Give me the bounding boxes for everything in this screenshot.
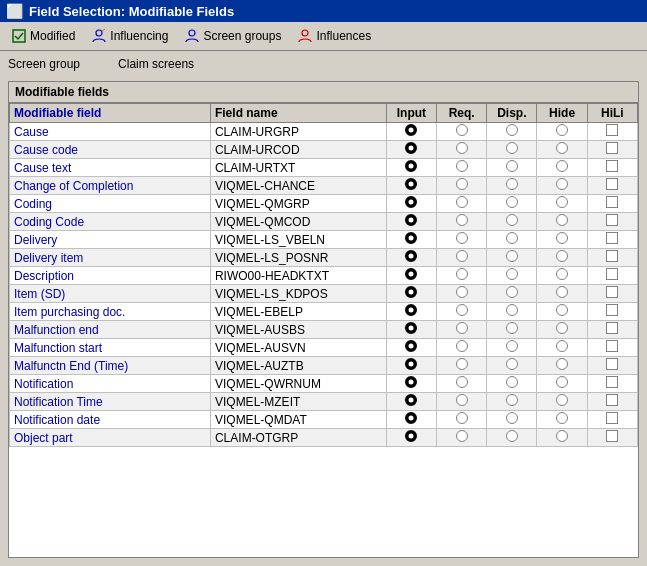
disp-radio-cell[interactable] bbox=[487, 159, 537, 177]
disp-radio-cell[interactable] bbox=[487, 357, 537, 375]
disp-radio-cell[interactable] bbox=[487, 393, 537, 411]
hili-checkbox-empty[interactable] bbox=[606, 376, 618, 388]
hide-radio-empty[interactable] bbox=[556, 376, 568, 388]
disp-radio-empty[interactable] bbox=[506, 160, 518, 172]
hili-checkbox-empty[interactable] bbox=[606, 268, 618, 280]
input-radio-cell[interactable] bbox=[386, 159, 436, 177]
hili-checkbox-empty[interactable] bbox=[606, 304, 618, 316]
input-radio-cell[interactable] bbox=[386, 339, 436, 357]
req-radio-cell[interactable] bbox=[437, 339, 487, 357]
hide-radio-cell[interactable] bbox=[537, 375, 587, 393]
input-radio-cell[interactable] bbox=[386, 213, 436, 231]
input-radio-filled[interactable] bbox=[405, 232, 417, 244]
req-radio-cell[interactable] bbox=[437, 213, 487, 231]
disp-radio-empty[interactable] bbox=[506, 268, 518, 280]
input-radio-cell[interactable] bbox=[386, 357, 436, 375]
hili-checkbox-empty[interactable] bbox=[606, 178, 618, 190]
disp-radio-empty[interactable] bbox=[506, 214, 518, 226]
screen-groups-button[interactable]: Screen groups bbox=[177, 25, 288, 47]
modified-button[interactable]: Modified bbox=[4, 25, 82, 47]
req-radio-cell[interactable] bbox=[437, 231, 487, 249]
input-radio-cell[interactable] bbox=[386, 303, 436, 321]
req-radio-cell[interactable] bbox=[437, 429, 487, 447]
disp-radio-cell[interactable] bbox=[487, 195, 537, 213]
influencing-button[interactable]: Influencing bbox=[84, 25, 175, 47]
hide-radio-empty[interactable] bbox=[556, 268, 568, 280]
hide-radio-empty[interactable] bbox=[556, 358, 568, 370]
input-radio-filled[interactable] bbox=[405, 142, 417, 154]
disp-radio-cell[interactable] bbox=[487, 285, 537, 303]
hili-checkbox-cell[interactable] bbox=[587, 267, 637, 285]
hili-checkbox-cell[interactable] bbox=[587, 285, 637, 303]
input-radio-cell[interactable] bbox=[386, 123, 436, 141]
disp-radio-cell[interactable] bbox=[487, 267, 537, 285]
hide-radio-cell[interactable] bbox=[537, 159, 587, 177]
hili-checkbox-empty[interactable] bbox=[606, 160, 618, 172]
hide-radio-cell[interactable] bbox=[537, 357, 587, 375]
req-radio-cell[interactable] bbox=[437, 375, 487, 393]
req-radio-empty[interactable] bbox=[456, 322, 468, 334]
disp-radio-empty[interactable] bbox=[506, 430, 518, 442]
input-radio-filled[interactable] bbox=[405, 358, 417, 370]
disp-radio-empty[interactable] bbox=[506, 196, 518, 208]
input-radio-cell[interactable] bbox=[386, 393, 436, 411]
disp-radio-empty[interactable] bbox=[506, 322, 518, 334]
req-radio-cell[interactable] bbox=[437, 267, 487, 285]
hide-radio-cell[interactable] bbox=[537, 267, 587, 285]
disp-radio-cell[interactable] bbox=[487, 339, 537, 357]
disp-radio-empty[interactable] bbox=[506, 124, 518, 136]
req-radio-empty[interactable] bbox=[456, 178, 468, 190]
hide-radio-cell[interactable] bbox=[537, 249, 587, 267]
input-radio-cell[interactable] bbox=[386, 429, 436, 447]
req-radio-empty[interactable] bbox=[456, 142, 468, 154]
disp-radio-empty[interactable] bbox=[506, 376, 518, 388]
input-radio-cell[interactable] bbox=[386, 285, 436, 303]
req-radio-empty[interactable] bbox=[456, 358, 468, 370]
hili-checkbox-cell[interactable] bbox=[587, 321, 637, 339]
disp-radio-empty[interactable] bbox=[506, 250, 518, 262]
hide-radio-empty[interactable] bbox=[556, 178, 568, 190]
req-radio-empty[interactable] bbox=[456, 124, 468, 136]
hili-checkbox-cell[interactable] bbox=[587, 195, 637, 213]
hide-radio-cell[interactable] bbox=[537, 123, 587, 141]
hili-checkbox-empty[interactable] bbox=[606, 196, 618, 208]
disp-radio-empty[interactable] bbox=[506, 412, 518, 424]
disp-radio-empty[interactable] bbox=[506, 232, 518, 244]
disp-radio-cell[interactable] bbox=[487, 213, 537, 231]
hide-radio-empty[interactable] bbox=[556, 430, 568, 442]
req-radio-empty[interactable] bbox=[456, 286, 468, 298]
input-radio-filled[interactable] bbox=[405, 376, 417, 388]
hili-checkbox-empty[interactable] bbox=[606, 124, 618, 136]
hili-checkbox-empty[interactable] bbox=[606, 340, 618, 352]
hili-checkbox-empty[interactable] bbox=[606, 322, 618, 334]
disp-radio-cell[interactable] bbox=[487, 231, 537, 249]
req-radio-cell[interactable] bbox=[437, 321, 487, 339]
hili-checkbox-cell[interactable] bbox=[587, 213, 637, 231]
hide-radio-cell[interactable] bbox=[537, 231, 587, 249]
hili-checkbox-cell[interactable] bbox=[587, 303, 637, 321]
hide-radio-cell[interactable] bbox=[537, 303, 587, 321]
hide-radio-empty[interactable] bbox=[556, 340, 568, 352]
req-radio-cell[interactable] bbox=[437, 411, 487, 429]
hide-radio-empty[interactable] bbox=[556, 124, 568, 136]
input-radio-cell[interactable] bbox=[386, 141, 436, 159]
req-radio-cell[interactable] bbox=[437, 249, 487, 267]
input-radio-cell[interactable] bbox=[386, 321, 436, 339]
req-radio-cell[interactable] bbox=[437, 141, 487, 159]
disp-radio-cell[interactable] bbox=[487, 177, 537, 195]
hide-radio-cell[interactable] bbox=[537, 339, 587, 357]
input-radio-cell[interactable] bbox=[386, 177, 436, 195]
hili-checkbox-empty[interactable] bbox=[606, 250, 618, 262]
hili-checkbox-empty[interactable] bbox=[606, 214, 618, 226]
hide-radio-empty[interactable] bbox=[556, 142, 568, 154]
req-radio-cell[interactable] bbox=[437, 357, 487, 375]
hili-checkbox-cell[interactable] bbox=[587, 231, 637, 249]
hili-checkbox-cell[interactable] bbox=[587, 429, 637, 447]
input-radio-filled[interactable] bbox=[405, 214, 417, 226]
req-radio-empty[interactable] bbox=[456, 412, 468, 424]
hide-radio-cell[interactable] bbox=[537, 321, 587, 339]
req-radio-empty[interactable] bbox=[456, 430, 468, 442]
req-radio-empty[interactable] bbox=[456, 160, 468, 172]
disp-radio-cell[interactable] bbox=[487, 303, 537, 321]
hide-radio-empty[interactable] bbox=[556, 250, 568, 262]
